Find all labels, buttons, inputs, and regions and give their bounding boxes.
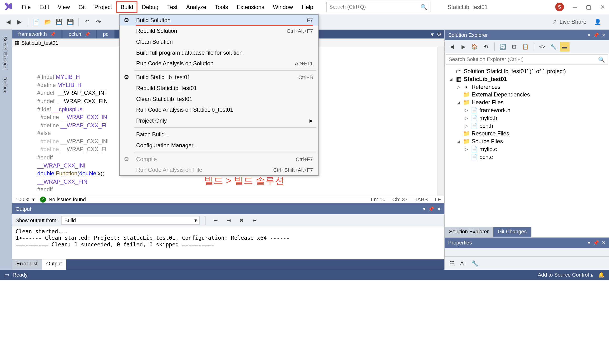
menu-item-run-code-analysis-on-staticlib-test01[interactable]: Run Code Analysis on StaticLib_test01 <box>120 104 318 115</box>
tree-node[interactable]: ▷📄mylib.c <box>446 145 607 153</box>
search-box[interactable]: 🔍 <box>326 2 430 12</box>
file-tab[interactable]: framework.h📌 <box>12 30 62 39</box>
dropdown-icon[interactable]: ▾ <box>423 207 426 212</box>
menu-view[interactable]: View <box>54 1 74 13</box>
tree-node[interactable]: 📄pch.c <box>446 153 607 161</box>
tree-node[interactable]: 📁External Dependencies <box>446 91 607 98</box>
menu-tools[interactable]: Tools <box>210 1 232 13</box>
server-explorer-tab[interactable]: Server Explorer <box>0 33 12 73</box>
error-list-tab[interactable]: Error List <box>12 259 42 270</box>
code-icon[interactable]: <> <box>537 42 547 51</box>
tree-node[interactable]: ◢▦StaticLib_test01 <box>446 75 607 83</box>
menu-item-run-code-analysis-on-solution[interactable]: Run Code Analysis on SolutionAlt+F11 <box>120 58 318 69</box>
menu-item-rebuild-staticlib-test01[interactable]: Rebuild StaticLib_test01 <box>120 83 318 94</box>
source-control-button[interactable]: Add to Source Control ▴ <box>538 272 593 278</box>
tree-node[interactable]: ◢📁Source Files <box>446 137 607 145</box>
close-icon[interactable]: ✕ <box>602 32 605 38</box>
menu-item-build-solution[interactable]: ⚙Build SolutionF7 <box>120 15 318 26</box>
dropdown-icon[interactable]: ▾ <box>588 240 590 246</box>
back-icon[interactable]: ◀ <box>447 42 457 51</box>
menu-window[interactable]: Window <box>269 1 297 13</box>
bell-icon[interactable]: 🔔 <box>598 272 605 278</box>
home-icon[interactable]: 🏠 <box>470 42 479 51</box>
wrench-icon[interactable]: 🔧 <box>549 42 558 51</box>
menu-extensions[interactable]: Extensions <box>232 1 269 13</box>
output-text[interactable]: Clean started... 1>------ Clean started:… <box>12 226 444 259</box>
live-share[interactable]: ↗ Live Share 👤 <box>548 19 606 25</box>
menu-item-clean-staticlib-test01[interactable]: Clean StaticLib_test01 <box>120 94 318 104</box>
menu-edit[interactable]: Edit <box>35 1 54 13</box>
tree-node[interactable]: 🗃Solution 'StaticLib_test01' (1 of 1 pro… <box>446 67 607 75</box>
tree-node[interactable]: 📁Resource Files <box>446 130 607 137</box>
menu-item-build-staticlib-test01[interactable]: ⚙Build StaticLib_test01Ctrl+B <box>120 72 318 83</box>
file-tab[interactable]: pc <box>97 30 114 39</box>
code-line[interactable]: #endif <box>33 186 437 194</box>
wrench-icon[interactable]: 🔧 <box>470 259 479 268</box>
fwd-icon[interactable]: ▶ <box>459 42 468 51</box>
menu-test[interactable]: Test <box>163 1 182 13</box>
tree-node[interactable]: ▷📄mylib.h <box>446 114 607 122</box>
menu-item-clean-solution[interactable]: Clean Solution <box>120 36 318 47</box>
git-changes-tab[interactable]: Git Changes <box>493 227 531 237</box>
menu-help[interactable]: Help <box>297 1 318 13</box>
close-icon[interactable]: ✕ <box>437 207 441 212</box>
menu-item-build-full-program-database-file-for-solution[interactable]: Build full program database file for sol… <box>120 47 318 58</box>
new-file-icon[interactable]: 📄 <box>32 17 41 26</box>
collapse-icon[interactable]: ⊟ <box>509 42 519 51</box>
pin-icon[interactable]: 📌 <box>593 240 599 246</box>
pin-icon[interactable]: 📌 <box>428 207 434 212</box>
solution-search-input[interactable] <box>449 56 598 63</box>
close-button[interactable]: ✕ <box>599 4 606 10</box>
pin-icon[interactable]: 📌 <box>593 32 599 38</box>
output-tab[interactable]: Output <box>42 259 66 270</box>
save-all-icon[interactable]: 💾 <box>65 17 75 26</box>
menu-file[interactable]: File <box>17 1 35 13</box>
vertical-scrollbar[interactable] <box>437 47 444 195</box>
redo-icon[interactable]: ↷ <box>94 17 103 26</box>
properties-combo[interactable] <box>445 248 609 257</box>
dropdown-icon[interactable]: ▾ <box>431 31 434 37</box>
clear-icon[interactable]: ✖ <box>237 216 247 225</box>
nav-combo[interactable]: ▦ StaticLib_test01 <box>15 40 58 46</box>
solution-explorer-tab[interactable]: Solution Explorer <box>445 227 493 237</box>
nav-fwd-icon[interactable]: ▶ <box>15 17 24 26</box>
tree-node[interactable]: ◢📁Header Files <box>446 98 607 106</box>
close-icon[interactable]: ✕ <box>602 240 605 246</box>
menu-project[interactable]: Project <box>90 1 116 13</box>
menu-analyze[interactable]: Analyze <box>182 1 210 13</box>
save-icon[interactable]: 💾 <box>54 17 64 26</box>
indent-icon[interactable]: ⇥ <box>224 216 233 225</box>
issues-indicator[interactable]: ✓ No issues found <box>40 197 86 203</box>
menu-item-rebuild-solution[interactable]: Rebuild SolutionCtrl+Alt+F7 <box>120 26 318 37</box>
file-tab[interactable]: pch.h📌 <box>62 30 96 39</box>
tree-node[interactable]: ▷📄framework.h <box>446 106 607 114</box>
tree-node[interactable]: ▷▪References <box>446 83 607 91</box>
toolbox-tab[interactable]: Toolbox <box>0 73 12 97</box>
wrap-icon[interactable]: ↩ <box>250 216 259 225</box>
menu-item-configuration-manager-[interactable]: Configuration Manager... <box>120 140 318 151</box>
search-input[interactable] <box>329 4 416 10</box>
nav-back-icon[interactable]: ◀ <box>4 17 13 26</box>
output-source-combo[interactable]: Build ▾ <box>61 216 200 224</box>
maximize-button[interactable]: ▢ <box>586 4 592 10</box>
minimize-button[interactable]: ─ <box>572 4 578 10</box>
sort-icon[interactable]: A↓ <box>459 259 468 268</box>
sync-icon[interactable]: ⟲ <box>481 42 491 51</box>
refresh-icon[interactable]: 🔄 <box>498 42 508 51</box>
menu-git[interactable]: Git <box>74 1 90 13</box>
dropdown-icon[interactable]: ▾ <box>588 32 590 38</box>
menu-debug[interactable]: Debug <box>138 1 163 13</box>
tree-node[interactable]: ▷📄pch.h <box>446 122 607 130</box>
solution-search[interactable]: 🔍 <box>445 54 608 65</box>
categorize-icon[interactable]: ☷ <box>447 259 457 268</box>
open-file-icon[interactable]: 📂 <box>43 17 52 26</box>
menu-item-batch-build-[interactable]: Batch Build... <box>120 129 318 140</box>
zoom-control[interactable]: 100 % ▾ <box>16 197 35 203</box>
gear-icon[interactable]: ⚙ <box>437 31 442 37</box>
indent-icon[interactable]: ⇤ <box>211 216 220 225</box>
user-badge[interactable]: S <box>555 3 564 11</box>
menu-build[interactable]: Build <box>116 1 138 13</box>
show-all-icon[interactable]: 📋 <box>521 42 530 51</box>
filter-icon[interactable]: ▬ <box>560 42 569 51</box>
menu-item-project-only[interactable]: Project Only▶ <box>120 115 318 126</box>
